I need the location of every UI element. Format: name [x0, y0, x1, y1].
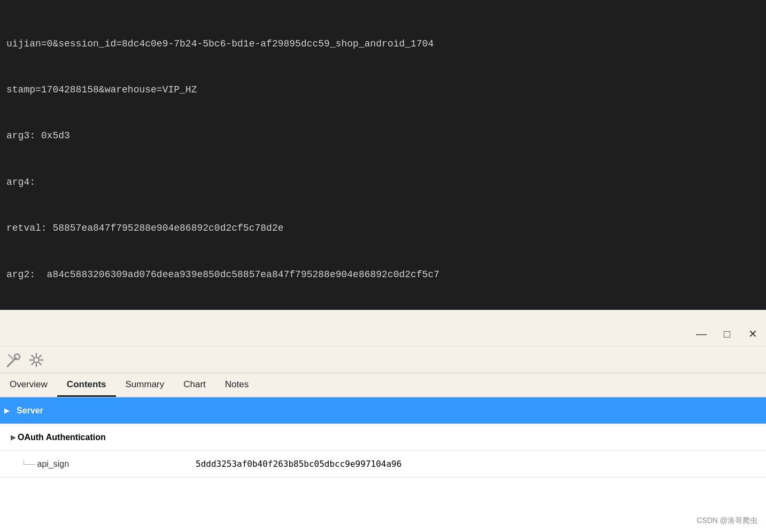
content-area: ▶ Server ▶ OAuth Authentication └── api_…: [0, 397, 766, 532]
svg-point-3: [34, 357, 39, 363]
data-cell-server: [187, 397, 766, 424]
data-cell-oauth: [187, 424, 766, 450]
terminal-line-6: arg2: a84c5883206309ad076deea939e850dc58…: [6, 267, 760, 283]
tab-notes[interactable]: Notes: [215, 373, 258, 397]
tab-overview[interactable]: Overview: [0, 373, 57, 397]
svg-line-2: [9, 355, 13, 359]
toolbar: [0, 346, 766, 373]
tab-contents[interactable]: Contents: [57, 373, 116, 397]
watermark: CSDN @洛哥爬虫: [697, 516, 757, 526]
terminal-line-1: uijian=0&session_id=8dc4c0e9-7b24-5bc6-b…: [6, 36, 760, 52]
tab-summary[interactable]: Summary: [116, 373, 174, 397]
expand-icon: ▶: [4, 407, 9, 414]
leaf-icon: └──: [21, 460, 35, 468]
apisign-value: 5ddd3253af0b40f263b85bc05dbcc9e997104a96: [196, 459, 401, 469]
terminal-output: uijian=0&session_id=8dc4c0e9-7b24-5bc6-b…: [0, 0, 766, 310]
tree-cell-server: ▶ Server: [0, 397, 187, 424]
window-separator: — □ ✕: [0, 310, 766, 346]
wrench-icon[interactable]: [4, 350, 24, 370]
tabs-bar: Overview Contents Summary Chart Notes: [0, 373, 766, 397]
gear-icon[interactable]: [27, 350, 46, 370]
data-cell-apisign: 5ddd3253af0b40f263b85bc05dbcc9e997104a96: [187, 451, 766, 477]
server-label: Server: [11, 405, 49, 417]
tab-chart[interactable]: Chart: [174, 373, 215, 397]
window-controls: — □ ✕: [693, 326, 761, 342]
terminal-line-5: retval: 58857ea847f795288e904e86892c0d2c…: [6, 221, 760, 236]
terminal-line-2: stamp=1704288158&warehouse=VIP_HZ: [6, 82, 760, 98]
table-row[interactable]: └── api_sign 5ddd3253af0b40f263b85bc05db…: [0, 451, 766, 478]
tree-cell-oauth: ▶ OAuth Authentication: [0, 424, 187, 450]
apisign-label: api_sign: [37, 459, 69, 469]
terminal-line-4: arg4:: [6, 175, 760, 190]
svg-point-1: [14, 354, 20, 359]
tree-cell-apisign: └── api_sign: [0, 451, 187, 477]
close-button[interactable]: ✕: [745, 326, 761, 342]
table-row[interactable]: ▶ OAuth Authentication: [0, 424, 766, 451]
minimize-button[interactable]: —: [693, 326, 709, 342]
table-row[interactable]: ▶ Server: [0, 397, 766, 424]
maximize-button[interactable]: □: [719, 326, 735, 342]
terminal-line-3: arg3: 0x5d3: [6, 128, 760, 144]
expand-icon-oauth: ▶: [11, 434, 16, 441]
oauth-label: OAuth Authentication: [18, 433, 106, 442]
